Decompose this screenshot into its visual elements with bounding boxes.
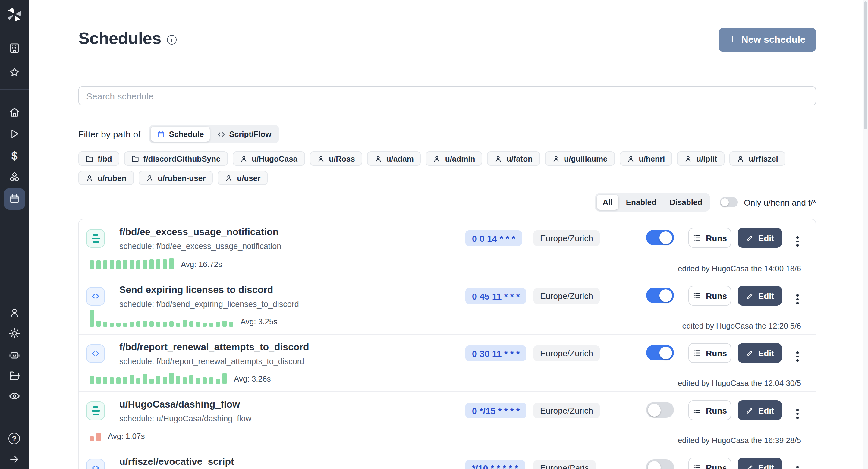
runs-sparkline[interactable] <box>90 258 174 270</box>
sidebar-divider <box>0 27 29 27</box>
folder-icon <box>86 155 93 162</box>
path-chip[interactable]: f/bd <box>79 151 119 166</box>
page-title: Schedules <box>79 29 161 48</box>
info-icon[interactable]: i <box>167 35 177 44</box>
plus-icon: + <box>729 33 736 46</box>
list-icon <box>692 291 702 300</box>
schedule-name[interactable]: f/bd/ee_excess_usage_notification <box>119 227 278 238</box>
path-chip[interactable]: u/ruben <box>79 170 133 185</box>
enabled-toggle[interactable] <box>646 345 674 361</box>
list-icon <box>692 233 702 242</box>
path-chip[interactable]: f/discordGithubSync <box>124 151 228 166</box>
path-chip[interactable]: u/HugoCasa <box>232 151 305 166</box>
pencil-icon <box>746 463 754 469</box>
edit-button[interactable]: Edit <box>738 400 782 420</box>
state-option-disabled[interactable]: Disabled <box>664 195 708 210</box>
kebab-menu[interactable] <box>792 408 803 420</box>
new-schedule-button[interactable]: + New schedule <box>718 28 816 52</box>
schedule-name[interactable]: f/bd/report_renewal_attempts_to_discord <box>119 342 309 353</box>
search-input[interactable] <box>79 86 816 105</box>
user-icon <box>86 174 93 182</box>
kind-option-schedule[interactable]: Schedule <box>151 127 210 142</box>
schedule-row: f/bd/report_renewal_attempts_to_discord … <box>79 334 815 391</box>
kebab-menu[interactable] <box>792 235 803 247</box>
runs-button[interactable]: Runs <box>688 458 731 469</box>
edit-button[interactable]: Edit <box>738 286 782 306</box>
users-person-icon[interactable] <box>8 307 21 319</box>
only-toggle-label: Only u/henri and f/* <box>744 197 816 207</box>
cron-badge: 0 30 11 * * * <box>465 345 526 361</box>
path-chip[interactable]: u/guillaume <box>545 151 615 166</box>
flow-icon <box>86 229 105 248</box>
sidebar-divider <box>0 89 29 90</box>
kebab-menu[interactable] <box>792 350 803 363</box>
schedule-name[interactable]: u/rfiszel/evocative_script <box>119 456 234 467</box>
sidebar-item-schedules[interactable] <box>4 188 25 210</box>
variables-dollar-icon[interactable]: $ <box>8 150 21 162</box>
enabled-toggle[interactable] <box>646 402 674 418</box>
path-chip[interactable]: u/faton <box>487 151 540 166</box>
script-icon <box>86 344 105 363</box>
edited-by: edited by HugoCasa the 16:39 28/5 <box>678 436 801 445</box>
windmill-logo-icon[interactable] <box>6 6 23 23</box>
user-icon <box>374 155 382 162</box>
enabled-toggle[interactable] <box>646 230 674 245</box>
edited-by: edited by HugoCasa the 12:20 5/6 <box>682 321 801 330</box>
favorites-star-icon[interactable] <box>8 66 21 79</box>
edit-button[interactable]: Edit <box>738 228 782 248</box>
expand-arrow-icon[interactable] <box>8 453 21 465</box>
runs-button[interactable]: Runs <box>688 400 731 420</box>
script-icon <box>86 287 105 306</box>
resources-cubes-icon[interactable] <box>8 172 21 184</box>
state-option-enabled[interactable]: Enabled <box>620 195 662 210</box>
schedule-path: schedule: f/bd/report_renewal_attempts_t… <box>119 357 304 366</box>
pencil-icon <box>746 349 754 357</box>
path-chip[interactable]: u/henri <box>620 151 673 166</box>
schedules-calendar-icon <box>8 193 21 205</box>
user-icon <box>317 155 324 162</box>
help-circle-icon[interactable]: ? <box>8 433 21 445</box>
list-icon <box>692 463 702 469</box>
scrollbar-thumb[interactable] <box>864 1 867 129</box>
path-chip[interactable]: u/rfiszel <box>730 151 785 166</box>
state-option-all[interactable]: All <box>597 195 619 210</box>
timezone-badge: Europe/Zurich <box>533 288 600 304</box>
runs-button[interactable]: Runs <box>688 228 731 248</box>
kebab-menu[interactable] <box>792 465 803 469</box>
runs-sparkline[interactable] <box>90 373 227 384</box>
only-toggle[interactable] <box>720 197 738 207</box>
path-chip[interactable]: u/lplit <box>677 151 724 166</box>
runs-play-icon[interactable] <box>8 128 21 140</box>
path-chip[interactable]: u/user <box>218 170 268 185</box>
timezone-badge: Europe/Zurich <box>533 230 600 246</box>
runs-button[interactable]: Runs <box>688 286 731 306</box>
home-icon[interactable] <box>8 106 21 118</box>
workspace-building-icon[interactable] <box>8 42 21 54</box>
runs-sparkline[interactable] <box>90 310 233 327</box>
avg-duration: Avg: 16.72s <box>181 260 222 270</box>
runs-button[interactable]: Runs <box>688 343 731 363</box>
path-chip[interactable]: u/ruben-user <box>138 170 213 185</box>
schedules-page: $ ? Schedules i + New schedule <box>0 0 868 469</box>
kind-option-script-flow[interactable]: Script/Flow <box>211 127 277 142</box>
avg-duration: Avg: 3.26s <box>234 374 271 384</box>
folders-folder-icon[interactable] <box>8 370 21 382</box>
path-chip[interactable]: u/Ross <box>310 151 362 166</box>
only-filter: Only u/henri and f/* <box>720 197 816 207</box>
schedule-name[interactable]: u/HugoCasa/dashing_flow <box>119 399 240 410</box>
enabled-toggle[interactable] <box>646 287 674 303</box>
kebab-menu[interactable] <box>792 293 803 305</box>
settings-gear-icon[interactable] <box>8 327 21 339</box>
audit-eye-icon[interactable] <box>8 390 21 402</box>
edit-button[interactable]: Edit <box>738 458 782 469</box>
enabled-toggle[interactable] <box>646 459 674 469</box>
path-chip[interactable]: u/admin <box>426 151 483 166</box>
schedule-name[interactable]: Send expiring licenses to discord <box>119 285 273 295</box>
edit-button[interactable]: Edit <box>738 343 782 363</box>
path-chip[interactable]: u/adam <box>367 151 421 166</box>
workers-robot-icon[interactable] <box>8 349 21 361</box>
kind-toggle-group: ScheduleScript/Flow <box>149 125 279 144</box>
edited-by: edited by HugoCasa the 12:04 30/5 <box>678 379 801 387</box>
runs-sparkline[interactable] <box>90 433 101 441</box>
avg-duration: Avg: 1.07s <box>108 432 145 441</box>
